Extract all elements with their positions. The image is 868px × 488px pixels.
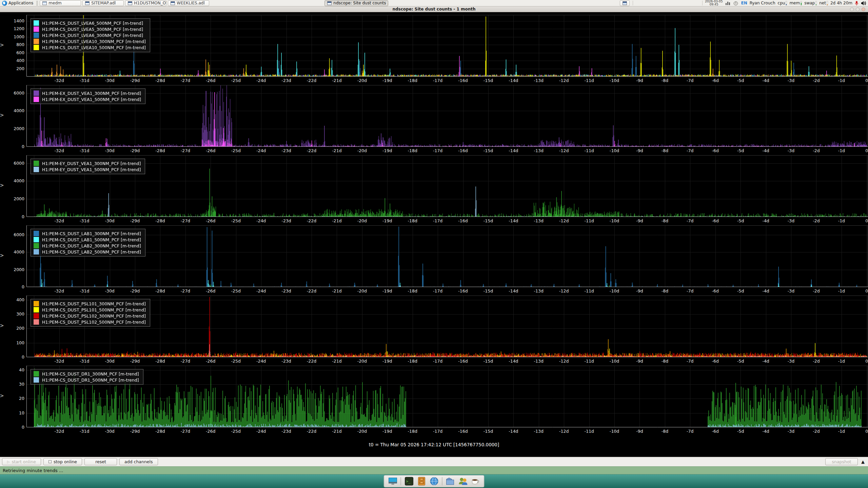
x-tick-label: -6d	[712, 148, 719, 153]
play-icon: ▷	[7, 460, 10, 464]
legend-entry[interactable]: H1:PEM-CS_DUST_LVEA10_500NM_PCF [m-trend…	[34, 45, 146, 50]
x-tick-label: -26d	[206, 359, 215, 364]
swap-meter[interactable]: swap	[804, 1, 817, 5]
legend-entry[interactable]: H1:PEM-CS_DUST_DR1_300NM_PCF [m-trend]	[34, 371, 139, 377]
x-tick-label: -1d	[838, 359, 845, 364]
x-tick-label: -4d	[762, 429, 769, 434]
close-button[interactable]	[862, 7, 865, 11]
channel-swatch	[34, 167, 39, 172]
legend-entry[interactable]: H1:PEM-CS_DUST_LAB1_300NM_PCF [m-trend]	[34, 231, 141, 236]
minimize-button[interactable]	[850, 7, 854, 11]
x-tick-label: -20d	[357, 218, 367, 223]
legend-entry[interactable]: H1:PEM-EX_DUST_VEA1_500NM_PCF [m-trend]	[34, 97, 141, 102]
x-tick-label: -2d	[813, 218, 820, 223]
taskbar-window-3[interactable]: H1DUSTMON_OVERVIEW....	[125, 0, 166, 6]
terminal-icon[interactable]: >_	[405, 477, 414, 486]
dock-separator	[401, 477, 401, 485]
coffee-icon[interactable]	[471, 477, 480, 486]
taskbar-window-4[interactable]: WEEKLIES.adl	[168, 0, 209, 6]
legend-entry[interactable]: H1:PEM-EX_DUST_VEA1_300NM_PCF [m-trend]	[34, 90, 141, 96]
legend-entry[interactable]: H1:PEM-CS_DUST_LVEA5_300NM_PCF [m-trend]	[34, 26, 146, 32]
x-tick-label: -17d	[433, 288, 442, 293]
legend-entry[interactable]: H1:PEM-CS_DUST_DR1_500NM_PCF [m-trend]	[34, 377, 139, 383]
plot-canvas-6[interactable]	[26, 366, 868, 427]
y-tick-label: 4000	[14, 249, 24, 255]
mem-meter[interactable]: mem	[789, 1, 802, 5]
legend-entry[interactable]: H1:PEM-CS_DUST_PSL102_500NM_PCF [m-trend…	[34, 319, 146, 325]
y-tick-label: 30	[19, 382, 24, 387]
y-tick-label: 6000	[14, 232, 24, 237]
x-tick-label: -27d	[181, 429, 190, 434]
x-tick-label: -7d	[687, 78, 693, 83]
iconified-window-button[interactable]	[620, 0, 630, 6]
x-tick-label: -31d	[80, 148, 89, 153]
taskbar-window-5[interactable]: ndscope: Site dust counts ...	[324, 0, 388, 6]
stop-icon	[48, 460, 52, 463]
legend-entry[interactable]: H1:PEM-CS_DUST_PSL102_300NM_PCF [m-trend…	[34, 313, 146, 319]
plot-canvas-5[interactable]	[26, 296, 868, 357]
resource-monitor-icon[interactable]	[725, 1, 731, 5]
legend-entry[interactable]: H1:PEM-CS_DUST_LAB2_500NM_PCF [m-trend]	[34, 249, 141, 255]
x-tick-label: -13d	[534, 218, 544, 223]
stop-online-button[interactable]: stop online	[43, 458, 82, 465]
x-tick-label: -31d	[80, 218, 89, 223]
maximize-button[interactable]	[856, 7, 860, 11]
keyboard-layout-indicator[interactable]: EN	[741, 1, 747, 5]
volume-icon[interactable]	[861, 1, 867, 6]
x-tick-label: -15d	[484, 218, 493, 223]
x-tick-label: -5d	[737, 78, 744, 83]
x-tick-label: -9d	[636, 148, 643, 153]
channel-name: H1:PEM-CS_DUST_LAB2_300NM_PCF [m-trend]	[42, 243, 141, 248]
legend-entry[interactable]: H1:PEM-EY_DUST_VEA1_500NM_PCF [m-trend]	[34, 167, 141, 172]
plot-canvas-2[interactable]	[26, 85, 868, 147]
x-tick-label: -8d	[662, 78, 668, 83]
x-tick-label: -11d	[584, 359, 594, 364]
reset-button[interactable]: reset	[84, 458, 117, 465]
clock[interactable]: 2026-03-0509:45	[705, 0, 723, 6]
legend-entry[interactable]: H1:PEM-CS_DUST_LVEA6_300NM_PCF [m-trend]	[34, 33, 146, 38]
x-tick-label: -30d	[105, 218, 114, 223]
net-meter[interactable]: net	[819, 1, 828, 5]
x-tick-label: -23d	[281, 359, 291, 364]
x-axis-labels: -32d-31d-30d-29d-28d-27d-26d-25d-24d-23d…	[26, 147, 868, 155]
legend-entry[interactable]: H1:PEM-CS_DUST_PSL101_300NM_PCF [m-trend…	[34, 301, 146, 306]
legend-entry[interactable]: H1:PEM-CS_DUST_LAB2_300NM_PCF [m-trend]	[34, 243, 141, 248]
channel-swatch	[34, 97, 39, 102]
x-tick-label: -32d	[55, 288, 64, 293]
window-titlebar[interactable]: ndscope: Site dust counts - 1 month	[0, 6, 868, 12]
users-icon[interactable]	[458, 477, 468, 486]
plot-canvas-1[interactable]	[26, 15, 868, 77]
scroll-up-icon[interactable]: ▲	[861, 459, 866, 464]
x-tick-label: -22d	[307, 288, 316, 293]
x-tick-label: -4d	[762, 288, 769, 293]
x-tick-label: -3d	[788, 78, 794, 83]
taskbar-window-2[interactable]: SITEMAP.adl	[82, 0, 124, 6]
archive-manager-icon[interactable]	[417, 477, 426, 486]
y-tick-label: 10	[19, 410, 24, 415]
system-meters: cpumemswapnet	[778, 1, 828, 5]
legend-entry[interactable]: H1:PEM-CS_DUST_LVEA10_300NM_PCF [m-trend…	[34, 39, 146, 44]
tray-separator	[633, 1, 633, 5]
legend-entry[interactable]: H1:PEM-CS_DUST_PSL101_500NM_PCF [m-trend…	[34, 307, 146, 312]
legend-entry[interactable]: H1:PEM-CS_DUST_LVEA6_500NM_PCF [m-trend]	[34, 20, 146, 26]
start-online-button[interactable]: ▷start online	[2, 458, 41, 465]
cpu-meter[interactable]: cpu	[778, 1, 787, 5]
show-desktop-icon[interactable]	[388, 477, 397, 486]
plot-canvas-4[interactable]	[26, 225, 868, 287]
x-tick-label: -28d	[155, 429, 165, 434]
x-tick-label: -21d	[332, 78, 341, 83]
mouse-settings-icon[interactable]	[733, 1, 739, 5]
snapshot-button[interactable]: snapshot	[825, 458, 858, 465]
legend-entry[interactable]: H1:PEM-EY_DUST_VEA1_300NM_PCF [m-trend]	[34, 161, 141, 166]
microphone-icon[interactable]	[855, 1, 859, 6]
x-tick-label: -7d	[687, 359, 693, 364]
file-manager-icon[interactable]	[446, 477, 455, 486]
taskbar-window-1[interactable]: medm	[40, 0, 81, 6]
x-tick-label: -19d	[382, 148, 392, 153]
add-channels-button[interactable]: add channels	[119, 458, 158, 465]
applications-menu[interactable]: Applications	[0, 0, 35, 6]
legend-entry[interactable]: H1:PEM-CS_DUST_LAB1_500NM_PCF [m-trend]	[34, 237, 141, 242]
web-browser-icon[interactable]	[430, 477, 439, 486]
plot-canvas-3[interactable]	[26, 155, 868, 217]
y-tick-label: 2000	[14, 126, 24, 131]
